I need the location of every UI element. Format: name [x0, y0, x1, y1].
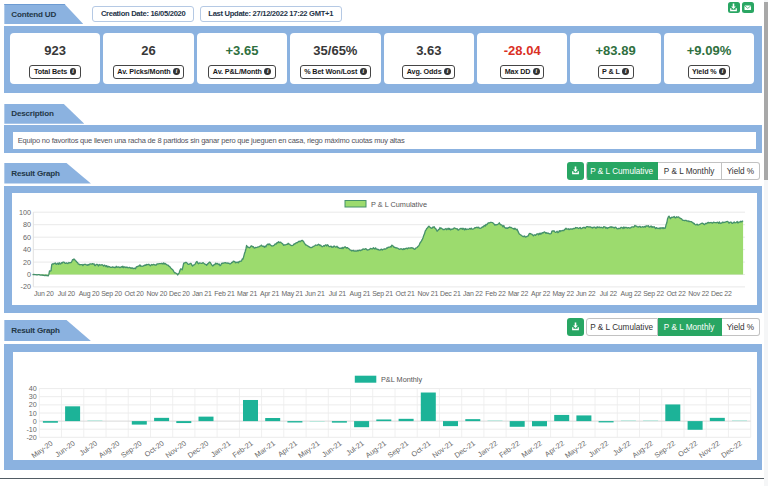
svg-text:0: 0: [27, 270, 31, 279]
svg-text:Jul-20: Jul-20: [78, 438, 99, 457]
svg-text:Mar 22: Mar 22: [508, 290, 529, 297]
svg-text:Sep-22: Sep-22: [653, 438, 677, 459]
svg-text:Mar 21: Mar 21: [237, 290, 258, 297]
svg-text:Jun-20: Jun-20: [54, 438, 77, 458]
svg-text:P & L Cumulative: P & L Cumulative: [371, 200, 427, 209]
svg-text:40: 40: [29, 384, 37, 393]
svg-text:Aug 20: Aug 20: [78, 290, 99, 298]
svg-text:Aug-20: Aug-20: [97, 438, 121, 459]
svg-text:Jun-22: Jun-22: [587, 438, 610, 458]
svg-text:P&L Monthly: P&L Monthly: [381, 375, 422, 384]
svg-text:Jan 21: Jan 21: [192, 290, 212, 297]
svg-text:20: 20: [29, 400, 37, 409]
svg-text:40: 40: [23, 245, 31, 254]
svg-text:10: 10: [29, 408, 37, 417]
svg-text:Jul 21: Jul 21: [328, 290, 346, 297]
svg-text:Jun 22: Jun 22: [576, 290, 596, 297]
svg-text:Jan 22: Jan 22: [463, 290, 483, 297]
svg-text:Sep 21: Sep 21: [372, 290, 393, 298]
svg-text:Dec-22: Dec-22: [719, 438, 743, 459]
svg-text:Sep-21: Sep-21: [386, 438, 410, 459]
svg-text:60: 60: [23, 233, 31, 242]
svg-text:Nov-22: Nov-22: [697, 438, 721, 459]
svg-text:Oct-20: Oct-20: [143, 438, 166, 458]
svg-text:Nov-20: Nov-20: [164, 438, 188, 459]
svg-text:Sep 22: Sep 22: [643, 290, 664, 298]
svg-text:Apr-21: Apr-21: [276, 438, 299, 458]
svg-text:Feb 21: Feb 21: [214, 290, 235, 297]
svg-text:Aug-22: Aug-22: [631, 438, 655, 459]
svg-text:-20: -20: [27, 432, 37, 441]
svg-text:Aug 22: Aug 22: [620, 290, 641, 298]
svg-text:80: 80: [23, 220, 31, 229]
svg-text:Nov-21: Nov-21: [430, 438, 454, 459]
svg-text:Mar-21: Mar-21: [253, 438, 277, 459]
svg-text:Oct-21: Oct-21: [410, 438, 433, 458]
svg-text:May 22: May 22: [552, 290, 574, 298]
svg-text:Feb-21: Feb-21: [231, 438, 255, 459]
svg-text:Aug-21: Aug-21: [364, 438, 388, 459]
svg-text:Oct 22: Oct 22: [666, 290, 685, 297]
svg-text:Apr-22: Apr-22: [543, 438, 566, 458]
svg-text:100: 100: [19, 208, 31, 217]
svg-text:Dec-20: Dec-20: [186, 438, 210, 459]
svg-text:Oct 21: Oct 21: [395, 290, 414, 297]
svg-text:Sep-20: Sep-20: [119, 438, 143, 459]
svg-text:Mar-22: Mar-22: [520, 438, 544, 459]
svg-text:Apr 21: Apr 21: [260, 290, 279, 298]
svg-text:Nov 22: Nov 22: [688, 290, 709, 297]
svg-text:Jun-21: Jun-21: [320, 438, 343, 458]
svg-text:Dec-21: Dec-21: [453, 438, 477, 459]
svg-text:Dec 22: Dec 22: [711, 290, 732, 297]
svg-text:Apr 22: Apr 22: [531, 290, 550, 298]
svg-text:Jan-21: Jan-21: [209, 438, 232, 458]
svg-text:Sep 20: Sep 20: [101, 290, 122, 298]
svg-text:Dec 20: Dec 20: [169, 290, 190, 297]
svg-text:30: 30: [29, 392, 37, 401]
svg-text:Dec 21: Dec 21: [440, 290, 461, 297]
svg-text:Oct-22: Oct-22: [676, 438, 699, 458]
svg-text:Jun 20: Jun 20: [34, 290, 54, 297]
svg-text:Nov 20: Nov 20: [146, 290, 167, 297]
svg-text:Jul-22: Jul-22: [611, 438, 632, 457]
svg-text:Feb-22: Feb-22: [497, 438, 521, 459]
svg-text:-10: -10: [27, 424, 37, 433]
svg-text:May-20: May-20: [30, 438, 55, 460]
svg-text:20: 20: [23, 258, 31, 267]
svg-text:Jul 22: Jul 22: [599, 290, 617, 297]
svg-text:Jul-21: Jul-21: [345, 438, 366, 457]
svg-text:-20: -20: [20, 283, 30, 292]
svg-text:Jul 20: Jul 20: [57, 290, 75, 297]
svg-text:Nov 21: Nov 21: [417, 290, 438, 297]
svg-text:May-22: May-22: [563, 438, 588, 460]
svg-text:Oct 20: Oct 20: [124, 290, 143, 297]
svg-text:May 21: May 21: [281, 290, 303, 298]
svg-text:Aug 21: Aug 21: [349, 290, 370, 298]
svg-text:0: 0: [33, 416, 37, 425]
svg-text:Jan-22: Jan-22: [476, 438, 499, 458]
svg-text:May-21: May-21: [296, 438, 321, 460]
svg-text:Feb 22: Feb 22: [485, 290, 506, 297]
svg-text:Jun 21: Jun 21: [305, 290, 325, 297]
